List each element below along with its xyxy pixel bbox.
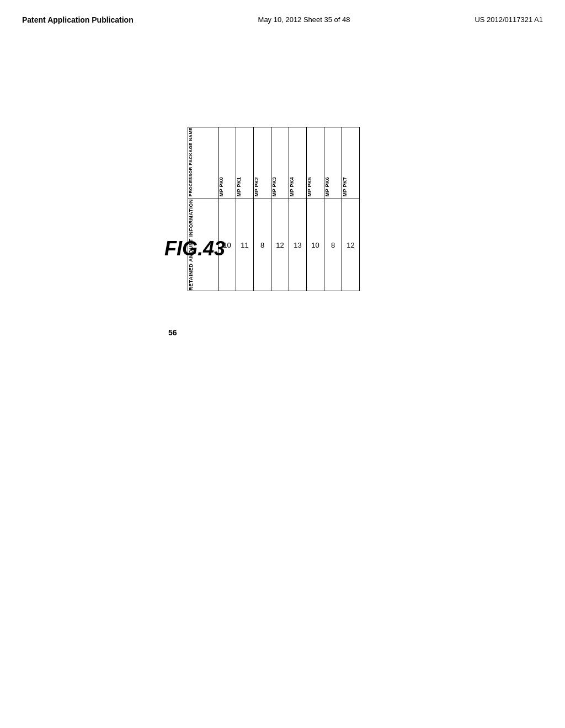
col-header-pk5: MP PK5	[307, 127, 324, 199]
col-header-pk6: MP PK6	[324, 127, 342, 199]
data-cell-pk0: 10	[218, 199, 236, 291]
data-cell-pk6: 8	[324, 199, 342, 291]
col-header-pk0: MP PK0	[218, 127, 236, 199]
col-header-label-4: MP PK3	[271, 177, 277, 196]
row-label-cell: RETAINED AMOUNT INFORMATION	[188, 199, 218, 291]
col-header-label-1: MP PK0	[218, 177, 224, 196]
reference-number: 56	[168, 328, 177, 337]
data-cell-pk3: 12	[271, 199, 289, 291]
data-cell-pk7: 12	[342, 199, 360, 291]
col-header-pk7: MP PK7	[342, 127, 360, 199]
publication-label: Patent Application Publication	[22, 15, 134, 24]
data-table-container: PROCESSOR PACKAGE NAME MP PK0 MP PK1 MP …	[188, 127, 360, 291]
col-header-label-5: MP PK4	[289, 177, 295, 196]
sheet-info: May 10, 2012 Sheet 35 of 48	[258, 15, 350, 24]
col-header-label-0: PROCESSOR PACKAGE NAME	[188, 127, 193, 196]
col-header-label-2: MP PK1	[236, 177, 242, 196]
col-header-label-7: MP PK6	[324, 177, 330, 196]
data-cell-pk2: 8	[254, 199, 271, 291]
table-row: RETAINED AMOUNT INFORMATION 10 11 8 12 1…	[188, 199, 360, 291]
data-cell-pk1: 11	[236, 199, 254, 291]
col-header-pk2: MP PK2	[254, 127, 271, 199]
col-header-label-8: MP PK7	[342, 177, 348, 196]
patent-number: US 2012/0117321 A1	[475, 15, 543, 24]
col-header-label-3: MP PK2	[254, 177, 259, 196]
data-table: PROCESSOR PACKAGE NAME MP PK0 MP PK1 MP …	[188, 127, 360, 291]
page-header: Patent Application Publication May 10, 2…	[0, 0, 565, 24]
row-label: RETAINED AMOUNT INFORMATION	[188, 199, 194, 291]
data-cell-pk4: 13	[289, 199, 307, 291]
col-header-processor-package-name: PROCESSOR PACKAGE NAME	[188, 127, 218, 199]
col-header-pk4: MP PK4	[289, 127, 307, 199]
col-header-pk1: MP PK1	[236, 127, 254, 199]
col-header-pk3: MP PK3	[271, 127, 289, 199]
col-header-label-6: MP PK5	[307, 177, 312, 196]
data-cell-pk5: 10	[307, 199, 324, 291]
